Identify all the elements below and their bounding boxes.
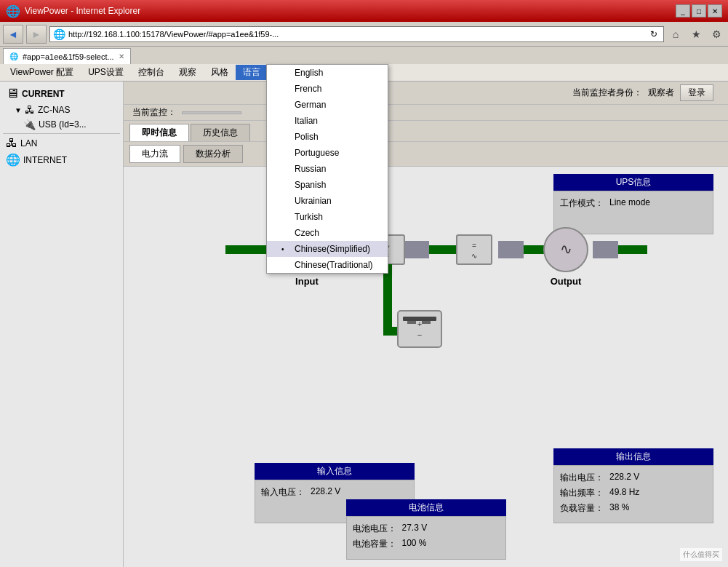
lang-czech[interactable]: Czech (267, 225, 388, 241)
lang-portuguese[interactable]: Portuguese (267, 145, 388, 161)
menu-console[interactable]: 控制台 (131, 65, 172, 80)
lang-english-label: English (295, 68, 323, 78)
close-button[interactable]: ✕ (708, 4, 722, 17)
menu-style[interactable]: 风格 (204, 65, 236, 80)
battery-voltage-value: 27.3 V (402, 523, 428, 535)
diagram-area: UPS信息 工作模式： Line mode (124, 167, 728, 567)
content-area: 当前监控者身份： 观察者 登录 当前监控： 即时信息 历史信息 电力流 数据分析… (124, 82, 728, 567)
browser-tab[interactable]: 🌐 #app=a1ee&1f59-select... ✕ (3, 48, 131, 64)
sub-tab-bar: 电力流 数据分析 (124, 142, 728, 167)
lang-german-label: German (295, 100, 326, 110)
lang-spanish[interactable]: Spanish (267, 177, 388, 193)
monitor-info-bar: 当前监控者身份： 观察者 登录 (124, 82, 728, 105)
lang-english[interactable]: English (267, 65, 388, 81)
lang-chinese-traditional[interactable]: Chinese(Traditional) (267, 257, 388, 273)
restore-button[interactable]: □ (692, 4, 706, 17)
svg-rect-21 (398, 311, 441, 347)
lang-chinese-traditional-label: Chinese(Traditional) (295, 260, 373, 270)
sidebar-current-label: CURRENT (22, 89, 65, 99)
battery-capacity-value: 100 % (402, 538, 427, 550)
lang-chinese-simplified-label: Chinese(Simplified) (295, 244, 370, 254)
address-bar[interactable]: 🌐 http://192.168.1.100:15178/ViewPower/#… (49, 26, 664, 42)
sidebar-item-usb[interactable]: 🔌 USB (Id=3... (3, 117, 120, 132)
title-bar-left: 🌐 ViewPower - Internet Explorer (6, 4, 140, 18)
sidebar-item-zcnas[interactable]: ▼ 🖧 ZC-NAS (3, 103, 120, 117)
sidebar-lan-label: LAN (20, 138, 37, 148)
browser-icons: ⌂ ★ ⚙ (667, 26, 725, 42)
svg-rect-24 (403, 317, 436, 321)
favorites-icon[interactable]: ★ (687, 26, 705, 42)
output-info-box: 输出信息 输出电压： 228.2 V 输出频率： 49.8 Hz 负载容量： 3… (553, 448, 713, 523)
lang-russian[interactable]: Russian (267, 161, 388, 177)
svg-rect-8 (593, 241, 618, 258)
sidebar-divider (3, 133, 120, 134)
output-load-value: 38 % (609, 502, 629, 515)
page-icon: 🌐 (53, 28, 65, 40)
output-load-row: 负载容量： 38 % (560, 501, 707, 516)
lang-ukrainian-label: Ukrainian (295, 196, 332, 206)
lang-italian-label: Italian (295, 116, 318, 126)
refresh-icon[interactable]: ↻ (650, 29, 657, 39)
title-bar-title: ViewPower - Internet Explorer (25, 6, 140, 16)
tab-label: #app=a1ee&1f59-select... (23, 52, 114, 61)
battery-capacity-label: 电池容量： (353, 538, 396, 550)
forward-button[interactable]: ► (26, 25, 47, 44)
usb-icon: 🔌 (23, 119, 36, 130)
battery-info-box: 电池信息 电池电压： 27.3 V 电池容量： 100 % (346, 499, 506, 560)
internet-icon: 🌐 (6, 153, 20, 167)
svg-text:Input: Input (295, 276, 319, 287)
monitor-icon: 🖥 (6, 86, 19, 101)
tab-realtime[interactable]: 即时信息 (129, 124, 189, 141)
check-chinese-simplified: • (281, 245, 290, 253)
language-dropdown[interactable]: English French German Italian Polish Por… (266, 64, 388, 274)
svg-text:Output: Output (551, 276, 582, 287)
sidebar-item-internet[interactable]: 🌐 INTERNET (3, 151, 120, 168)
sidebar: 🖥 CURRENT ▼ 🖧 ZC-NAS 🔌 USB (Id=3... 🖧 LA… (0, 82, 124, 567)
svg-rect-7 (498, 241, 524, 258)
tools-icon[interactable]: ⚙ (708, 26, 725, 42)
server-icon: 🖧 (25, 104, 35, 116)
lang-portuguese-label: Portuguese (295, 148, 339, 158)
sidebar-internet-label: INTERNET (23, 155, 67, 165)
home-icon[interactable]: ⌂ (667, 26, 684, 42)
battery-voltage-row: 电池电压： 27.3 V (353, 521, 500, 536)
lang-german[interactable]: German (267, 97, 388, 113)
lang-italian[interactable]: Italian (267, 113, 388, 129)
svg-text:∿: ∿ (471, 252, 477, 260)
lang-russian-label: Russian (295, 164, 326, 174)
output-freq-row: 输出频率： 49.8 Hz (560, 485, 707, 501)
menu-observe[interactable]: 观察 (172, 65, 204, 80)
tab-history[interactable]: 历史信息 (191, 124, 250, 141)
tab-close-button[interactable]: ✕ (119, 52, 124, 60)
sidebar-item-lan[interactable]: 🖧 LAN (3, 135, 120, 151)
lang-turkish[interactable]: Turkish (267, 209, 388, 225)
menu-language[interactable]: 语言 (236, 65, 268, 80)
output-info-body: 输出电压： 228.2 V 输出频率： 49.8 Hz 负载容量： 38 % (553, 465, 713, 523)
menu-ups[interactable]: UPS设置 (81, 65, 131, 80)
lang-turkish-label: Turkish (295, 212, 323, 222)
watermark: 什么值得买 (680, 548, 722, 561)
back-button[interactable]: ◄ (3, 25, 23, 44)
svg-text:−: − (417, 330, 422, 339)
output-load-label: 负载容量： (560, 502, 604, 515)
tab-bar: 🌐 #app=a1ee&1f59-select... ✕ (0, 47, 728, 64)
lang-chinese-simplified[interactable]: • Chinese(Simplified) (267, 241, 388, 257)
subtab-power[interactable]: 电力流 (129, 145, 180, 163)
app-icon: 🌐 (6, 4, 20, 18)
lang-ukrainian[interactable]: Ukrainian (267, 193, 388, 209)
svg-rect-25 (407, 321, 416, 324)
lang-polish[interactable]: Polish (267, 129, 388, 145)
svg-rect-14 (457, 235, 492, 264)
subtab-data[interactable]: 数据分析 (183, 145, 243, 163)
minimize-button[interactable]: _ (676, 4, 690, 17)
lang-french[interactable]: French (267, 81, 388, 97)
input-voltage-row: 输入电压： 228.2 V (261, 485, 408, 500)
browser-toolbar: ◄ ► 🌐 http://192.168.1.100:15178/ViewPow… (0, 22, 728, 47)
login-button[interactable]: 登录 (680, 84, 713, 101)
sidebar-item-current[interactable]: 🖥 CURRENT (3, 84, 120, 103)
svg-rect-6 (404, 241, 429, 258)
output-freq-label: 输出频率： (560, 487, 604, 499)
menu-viewpower[interactable]: ViewPower 配置 (3, 65, 81, 80)
title-bar-controls[interactable]: _ □ ✕ (676, 4, 722, 17)
svg-text:∿: ∿ (560, 241, 572, 257)
